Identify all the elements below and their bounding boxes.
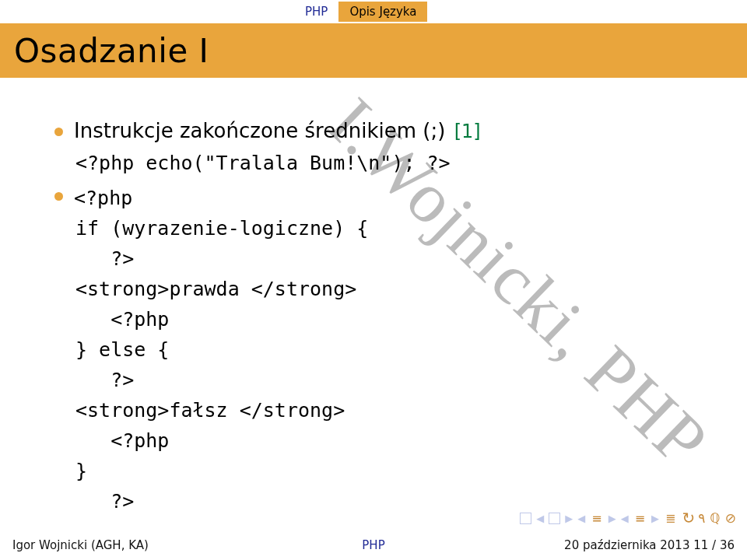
bullet-1-text: Instrukcje zakończone średnikiem (;) [1] xyxy=(74,117,481,146)
nav-next-icon[interactable]: ▶ xyxy=(565,513,573,524)
nav-back-icon[interactable]: ◀ xyxy=(577,513,585,524)
nav-fwd-icon[interactable]: ▶ xyxy=(608,513,616,524)
tab-opis-jezyka[interactable]: Opis Języka xyxy=(338,2,427,22)
footer: Igor Wojnicki (AGH, KA) PHP 20 październ… xyxy=(0,530,747,560)
code-line-10: <?php xyxy=(75,427,716,454)
bullet-icon xyxy=(54,128,63,136)
nav-section-prev-icon[interactable]: ≡ xyxy=(591,511,601,526)
content: Instrukcje zakończone średnikiem (;) [1]… xyxy=(54,117,716,515)
nav-search-icon[interactable]: ٩ xyxy=(698,510,705,526)
code-line-11: } xyxy=(75,457,716,485)
code-line-4: ?> xyxy=(75,245,716,272)
nav-first-icon[interactable] xyxy=(520,513,531,524)
section-tabs: PHP Opis Języka xyxy=(294,0,427,23)
nav-box-icon[interactable] xyxy=(549,513,560,524)
nav-menu-icon[interactable]: ≣ xyxy=(665,511,675,526)
tab-php[interactable]: PHP xyxy=(294,2,338,22)
nav-close-icon[interactable]: ⊘ xyxy=(725,510,736,526)
slide: PHP Opis Języka Osadzanie I I.Wojnicki, … xyxy=(0,0,747,560)
code-line-5: <strong>prawda </strong> xyxy=(75,275,716,303)
nav-symbols: ◀ ▶ ◀ ≡ ▶ ◀ ≡ ▶ ≣ ↻ ٩ ℚ ⊘ xyxy=(520,509,736,527)
topbar: PHP Opis Języka xyxy=(0,0,747,23)
bullet-icon xyxy=(54,192,63,201)
code-line-3: if (wyrazenie-logiczne) { xyxy=(75,215,716,242)
bullet-1-ref: [1] xyxy=(454,121,481,142)
footer-title: PHP xyxy=(362,538,384,552)
code-line-1: <?php echo("Tralala Bum!\n"); ?> xyxy=(75,149,716,177)
nav-help-icon[interactable]: ℚ xyxy=(710,510,720,526)
page-title: Osadzanie I xyxy=(14,32,209,70)
code-line-2: <?php xyxy=(74,184,132,212)
bullet-1: Instrukcje zakończone średnikiem (;) [1] xyxy=(54,117,716,146)
nav-fwd2-icon[interactable]: ▶ xyxy=(651,513,659,524)
code-line-9: <strong>fałsz </strong> xyxy=(75,397,716,424)
nav-section-next-icon[interactable]: ≡ xyxy=(635,511,645,526)
nav-back2-icon[interactable]: ◀ xyxy=(621,513,629,524)
bullet-1-label: Instrukcje zakończone średnikiem (;) xyxy=(74,119,445,142)
footer-page: 20 października 2013 11 / 36 xyxy=(564,538,735,552)
bullet-2: <?php xyxy=(54,181,716,212)
nav-loop-icon[interactable]: ↻ xyxy=(682,509,693,527)
footer-author: Igor Wojnicki (AGH, KA) xyxy=(12,538,149,552)
code-line-8: ?> xyxy=(75,366,716,394)
nav-prev-icon[interactable]: ◀ xyxy=(536,513,544,524)
code-line-7: } else { xyxy=(75,336,716,363)
code-line-6: <?php xyxy=(75,306,716,333)
title-bar: Osadzanie I xyxy=(0,23,747,78)
